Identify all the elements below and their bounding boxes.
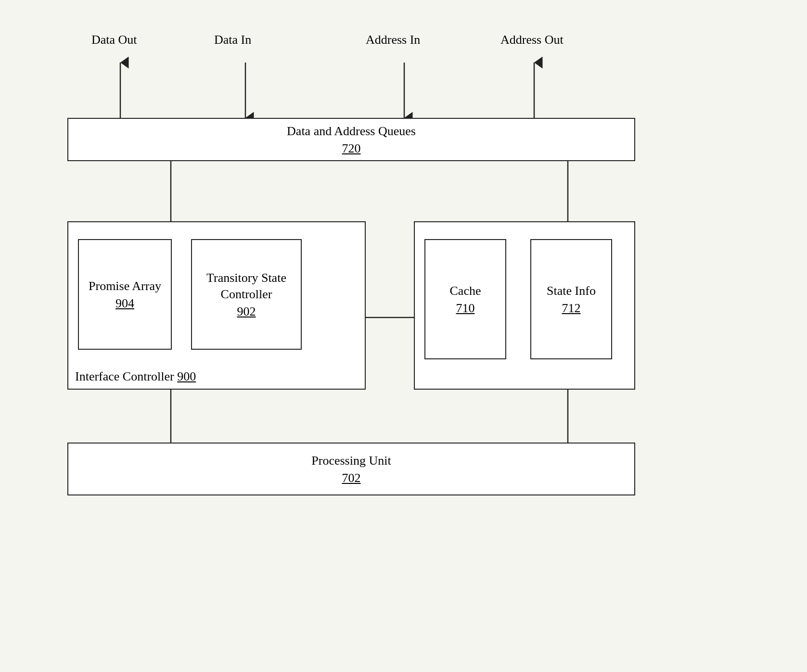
cache-label: Cache bbox=[450, 283, 481, 299]
state-info-label: State Info bbox=[547, 283, 596, 299]
promise-array-label: Promise Array bbox=[89, 278, 161, 294]
address-in-label: Address In bbox=[366, 33, 420, 47]
state-info-number: 712 bbox=[562, 301, 581, 316]
cache-box: Cache 710 bbox=[424, 239, 506, 359]
interface-controller-box: Promise Array 904 Transitory State Contr… bbox=[67, 221, 366, 390]
transitory-state-controller-number: 902 bbox=[237, 304, 256, 319]
cache-number: 710 bbox=[456, 301, 475, 316]
data-address-queues-number: 720 bbox=[342, 141, 361, 156]
processing-unit-box: Processing Unit 702 bbox=[67, 443, 635, 495]
diagram-container: Data Out Data In Address In Address Out … bbox=[38, 24, 760, 640]
promise-array-box: Promise Array 904 bbox=[78, 239, 172, 350]
transitory-state-controller-label: Transitory State Controller bbox=[192, 270, 301, 303]
address-out-label: Address Out bbox=[500, 33, 564, 47]
data-in-label: Data In bbox=[214, 33, 251, 47]
processing-unit-number: 702 bbox=[342, 471, 361, 485]
transitory-state-controller-box: Transitory State Controller 902 bbox=[191, 239, 302, 350]
promise-array-number: 904 bbox=[115, 296, 134, 311]
data-out-label: Data Out bbox=[91, 33, 137, 47]
interface-controller-label: Interface Controller 900 bbox=[75, 369, 196, 384]
state-info-box: State Info 712 bbox=[530, 239, 612, 359]
data-address-queues-label: Data and Address Queues bbox=[287, 123, 416, 139]
cache-state-container-box: Cache 710 State Info 712 bbox=[414, 221, 635, 390]
data-address-queues-box: Data and Address Queues 720 bbox=[67, 118, 635, 161]
processing-unit-label: Processing Unit bbox=[311, 453, 391, 469]
